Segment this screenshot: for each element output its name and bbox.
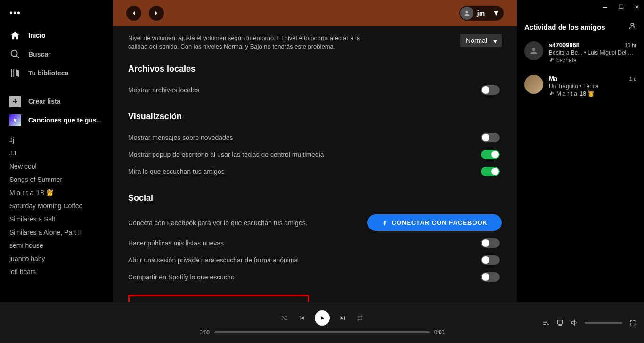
fullscreen-button[interactable] bbox=[629, 319, 636, 327]
add-friend-button[interactable] bbox=[628, 22, 636, 32]
label-disp-popup: Mostrar popup de escritorio al usar las … bbox=[128, 151, 324, 158]
nav-library[interactable]: Tu biblioteca bbox=[0, 64, 113, 82]
shuffle-button[interactable] bbox=[281, 314, 288, 322]
previous-button[interactable] bbox=[298, 314, 305, 322]
label-social-share: Compartir en Spotify lo que escucho bbox=[128, 273, 235, 281]
toggle-social-share[interactable] bbox=[481, 272, 500, 282]
toggle-disp-friends[interactable] bbox=[481, 167, 500, 176]
nav-liked-songs[interactable]: ♥ Canciones que te gus... bbox=[0, 111, 113, 130]
plus-icon: + bbox=[9, 96, 21, 107]
next-button[interactable] bbox=[339, 314, 347, 322]
back-button[interactable] bbox=[126, 6, 141, 21]
heart-icon: ♥ bbox=[9, 114, 21, 126]
section-social: Social bbox=[128, 193, 502, 203]
window-controls: ─ ❐ ✕ bbox=[602, 4, 640, 10]
playlist-list: JjJJNew coolSongs of SummerM a r t a '18… bbox=[0, 133, 113, 302]
volume-bar[interactable] bbox=[585, 322, 622, 324]
forward-button[interactable] bbox=[149, 6, 164, 21]
facebook-icon bbox=[382, 220, 388, 226]
friend-avatar bbox=[524, 75, 543, 94]
friends-panel: ─ ❐ ✕ Actividad de los amigos s470099681… bbox=[517, 0, 644, 302]
player-bar: 0:00 0:00 bbox=[0, 302, 644, 343]
friend-activity-item[interactable]: Ma1 d Un Traguito • Lérica M a r t a '18… bbox=[524, 75, 636, 97]
friend-time: 1 d bbox=[629, 76, 636, 82]
label-disp-news: Mostrar mensajes sobre novedades bbox=[128, 134, 233, 141]
label-social-public: Hacer públicas mis listas nuevas bbox=[128, 239, 224, 247]
nav-search-label: Buscar bbox=[28, 50, 50, 58]
playlist-item[interactable]: juanito baby bbox=[9, 252, 104, 265]
settings-content: Normal Nivel de volumen: ajusta el volum… bbox=[113, 26, 517, 302]
main-panel: jm ▼ Normal Nivel de volumen: ajusta el … bbox=[113, 0, 517, 302]
playlist-item[interactable]: Jj bbox=[9, 133, 104, 147]
devices-button[interactable] bbox=[556, 319, 564, 327]
fb-button-label: CONECTAR CON FACEBOOK bbox=[392, 219, 488, 226]
time-total: 0:00 bbox=[434, 329, 444, 335]
caret-down-icon: ▼ bbox=[492, 9, 500, 17]
toggle-disp-popup[interactable] bbox=[481, 150, 500, 159]
friend-activity-item[interactable]: s4700996816 hr Besito a Be... • Luis Mig… bbox=[524, 41, 636, 64]
playlist-item[interactable]: Songs of Summer bbox=[9, 173, 104, 186]
home-icon bbox=[9, 30, 21, 41]
friend-avatar bbox=[524, 41, 543, 60]
menu-dots[interactable]: ••• bbox=[0, 4, 113, 26]
playlist-item[interactable]: semi house bbox=[9, 239, 104, 252]
friend-track: Un Traguito • Lérica bbox=[549, 83, 636, 90]
nav-search[interactable]: Buscar bbox=[0, 45, 113, 64]
playlist-item[interactable]: lofi beats bbox=[9, 265, 104, 278]
progress-bar[interactable] bbox=[214, 331, 430, 333]
nav-library-label: Tu biblioteca bbox=[28, 69, 68, 77]
nav-create-playlist[interactable]: + Crear lista bbox=[0, 92, 113, 111]
queue-button[interactable] bbox=[542, 319, 550, 327]
nav-liked-label: Canciones que te gus... bbox=[28, 116, 102, 124]
topbar: jm ▼ bbox=[113, 0, 517, 26]
volume-icon[interactable] bbox=[571, 319, 578, 327]
section-display: Visualización bbox=[128, 112, 502, 122]
user-avatar-icon bbox=[460, 7, 473, 20]
toggle-disp-news[interactable] bbox=[481, 133, 500, 142]
window-close[interactable]: ✕ bbox=[634, 4, 640, 10]
friend-playlist: bachata bbox=[549, 57, 636, 64]
window-minimize[interactable]: ─ bbox=[602, 4, 608, 10]
friend-track: Besito a Be... • Luis Miguel Del Ama... bbox=[549, 49, 636, 56]
sidebar: ••• Inicio Buscar Tu biblioteca + Crear … bbox=[0, 0, 113, 302]
playlist-item[interactable]: Saturday Morning Coffee bbox=[9, 199, 104, 212]
volume-description: Nivel de volumen: ajusta el volumen segú… bbox=[128, 34, 364, 51]
toggle-show-local[interactable] bbox=[481, 85, 500, 95]
section-local-files: Archivos locales bbox=[128, 64, 502, 74]
volume-level-select-wrap: Normal bbox=[460, 34, 502, 47]
nav-home[interactable]: Inicio bbox=[0, 26, 113, 45]
playlist-item[interactable]: Similares a Alone, Part II bbox=[9, 226, 104, 239]
time-elapsed: 0:00 bbox=[200, 329, 210, 335]
toggle-social-public[interactable] bbox=[481, 238, 500, 248]
user-name: jm bbox=[477, 9, 485, 17]
repeat-button[interactable] bbox=[356, 314, 364, 322]
playlist-item[interactable]: New cool bbox=[9, 160, 104, 173]
label-show-local: Mostrar archivos locales bbox=[128, 86, 199, 94]
friend-playlist: M a r t a '18 👸 bbox=[549, 90, 636, 97]
window-maximize[interactable]: ❐ bbox=[618, 4, 624, 10]
friend-name: s47009968 bbox=[549, 41, 579, 49]
playlist-item[interactable]: JJ bbox=[9, 147, 104, 160]
library-icon bbox=[9, 67, 21, 79]
play-button[interactable] bbox=[315, 310, 330, 326]
playlist-item[interactable]: M a r t a '18 👸 bbox=[9, 186, 104, 199]
friend-name: Ma bbox=[549, 75, 557, 82]
label-fb-desc: Conecta con Facebook para ver lo que esc… bbox=[128, 219, 308, 227]
user-menu[interactable]: jm ▼ bbox=[459, 6, 504, 21]
friend-time: 16 hr bbox=[625, 42, 636, 48]
volume-level-select[interactable]: Normal bbox=[460, 34, 502, 47]
advanced-highlight: MOSTRAR CONFIGURACIÓN AVANZADA bbox=[128, 295, 309, 302]
label-disp-friends: Mira lo que escuchan tus amigos bbox=[128, 168, 225, 175]
label-social-private: Abrir una sesión privada para escuchar d… bbox=[128, 256, 298, 264]
search-icon bbox=[9, 49, 21, 60]
toggle-social-private[interactable] bbox=[481, 255, 500, 265]
nav-create-label: Crear lista bbox=[28, 98, 60, 105]
playlist-item[interactable]: Similares a Salt bbox=[9, 212, 104, 226]
nav-home-label: Inicio bbox=[28, 32, 46, 39]
friends-title: Actividad de los amigos bbox=[524, 23, 605, 31]
connect-facebook-button[interactable]: CONECTAR CON FACEBOOK bbox=[367, 214, 502, 231]
